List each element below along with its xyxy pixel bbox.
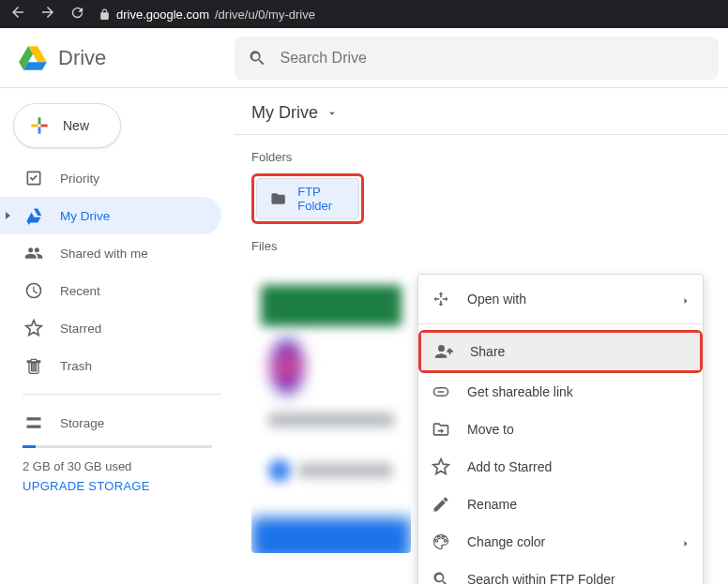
brand[interactable]: Drive (0, 42, 235, 74)
trash-icon (24, 356, 43, 375)
chevron-down-icon (326, 107, 339, 120)
cm-share[interactable]: Share (421, 333, 700, 370)
upgrade-storage-link[interactable]: UPGRADE STORAGE (23, 479, 212, 493)
folder-chip-ftp[interactable]: FTP Folder (256, 178, 359, 219)
cm-add-starred[interactable]: Add to Starred (418, 448, 703, 486)
palette-icon (432, 532, 450, 551)
cm-label: Rename (467, 497, 517, 512)
sidebar-item-storage: Storage (0, 404, 221, 442)
move-to-icon (432, 420, 450, 439)
priority-icon (24, 169, 43, 187)
star-icon (24, 319, 43, 337)
sidebar-item-label: Starred (60, 322, 101, 336)
browser-bar: drive.google.com/drive/u/0/my-drive (0, 0, 728, 28)
folder-icon (270, 188, 286, 209)
reload-button[interactable] (69, 5, 85, 24)
sidebar-item-label: Shared with me (60, 247, 148, 261)
brand-text: Drive (58, 46, 106, 70)
breadcrumb[interactable]: My Drive (235, 88, 356, 123)
new-button-label: New (63, 118, 89, 133)
highlight-box-share: Share (418, 330, 703, 373)
sidebar-item-shared[interactable]: Shared with me (0, 234, 221, 272)
sidebar-item-label: Priority (60, 172, 99, 186)
sidebar: New Priority My Drive Shared with me Rec… (0, 88, 235, 584)
forward-button[interactable] (39, 4, 56, 24)
sidebar-item-recent[interactable]: Recent (0, 272, 221, 309)
file-preview-blurred (251, 272, 411, 553)
storage-icon (24, 413, 43, 432)
open-with-icon (432, 290, 450, 308)
lock-icon (99, 8, 111, 21)
sidebar-item-starred[interactable]: Starred (0, 309, 221, 347)
url-host: drive.google.com (116, 7, 209, 22)
address-bar[interactable]: drive.google.com/drive/u/0/my-drive (99, 7, 315, 22)
url-path: /drive/u/0/my-drive (215, 7, 315, 22)
cm-change-color[interactable]: Change color (418, 523, 703, 561)
shared-icon (24, 244, 43, 262)
plus-icon (27, 113, 52, 138)
sidebar-item-priority[interactable]: Priority (0, 159, 221, 197)
sidebar-item-mydrive[interactable]: My Drive (0, 197, 221, 234)
cm-label: Change color (467, 534, 545, 549)
sidebar-separator (23, 394, 221, 395)
expand-caret-icon[interactable] (6, 212, 10, 219)
chevron-right-icon (680, 294, 690, 304)
folder-name: FTP Folder (297, 185, 345, 213)
storage-used-text: 2 GB of 30 GB used (23, 459, 212, 473)
rename-icon (432, 495, 450, 514)
cm-label: Get shareable link (467, 384, 573, 399)
cm-label: Open with (467, 292, 526, 307)
sidebar-item-label: Trash (60, 359, 92, 373)
recent-icon (24, 281, 43, 300)
cm-label: Move to (467, 422, 514, 437)
back-button[interactable] (9, 4, 26, 24)
sidebar-item-label: My Drive (60, 209, 110, 223)
drive-logo-icon (17, 42, 49, 74)
highlight-box-folder: FTP Folder (251, 173, 364, 224)
folders-section-label: Folders (235, 135, 728, 173)
cm-label: Add to Starred (467, 459, 552, 474)
star-icon (432, 457, 450, 476)
cm-move-to[interactable]: Move to (418, 411, 703, 448)
storage-title: Storage (60, 416, 104, 430)
cm-search-within[interactable]: Search within FTP Folder (418, 561, 703, 584)
storage-progress (23, 445, 212, 448)
main-content: My Drive Folders FTP Folder Files (235, 88, 728, 584)
new-button[interactable]: New (13, 103, 121, 148)
context-menu: Open with Share Get shareable link (417, 274, 704, 584)
breadcrumb-label: My Drive (251, 103, 318, 123)
files-section-label: Files (235, 224, 728, 262)
storage-section: 2 GB of 30 GB used UPGRADE STORAGE (0, 442, 235, 493)
cm-separator (418, 323, 703, 324)
search-box[interactable] (235, 37, 719, 80)
search-icon (248, 48, 266, 68)
cm-get-link[interactable]: Get shareable link (418, 373, 703, 411)
cm-open-with[interactable]: Open with (418, 280, 703, 318)
mydrive-icon (24, 206, 43, 225)
search-icon (432, 570, 450, 584)
sidebar-item-label: Recent (60, 284, 100, 298)
cm-label: Share (470, 344, 505, 359)
sidebar-item-trash[interactable]: Trash (0, 347, 221, 384)
link-icon (432, 382, 450, 401)
share-icon (434, 342, 453, 361)
app-header: Drive (0, 28, 728, 88)
chevron-right-icon (680, 537, 690, 547)
search-input[interactable] (280, 50, 705, 67)
cm-rename[interactable]: Rename (418, 486, 703, 523)
cm-label: Search within FTP Folder (467, 572, 615, 584)
